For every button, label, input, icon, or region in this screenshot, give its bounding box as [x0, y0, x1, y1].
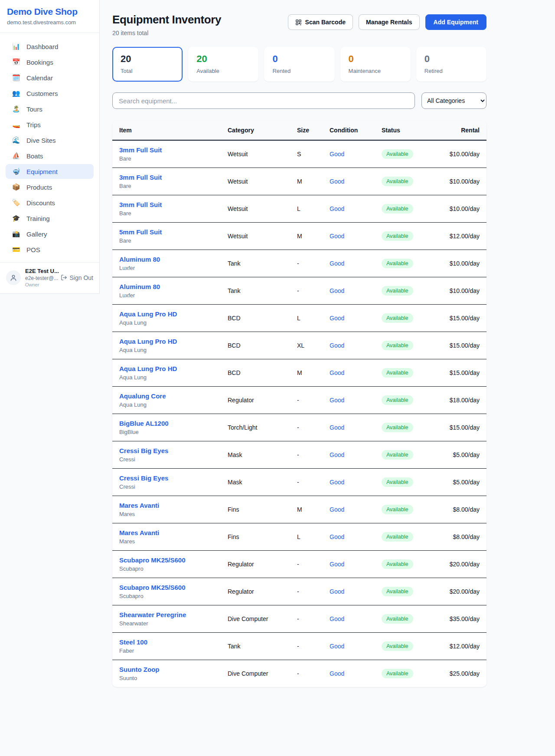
item-name-link[interactable]: Steel 100: [119, 638, 228, 646]
item-name-link[interactable]: Aluminum 80: [119, 256, 228, 263]
condition-link[interactable]: Good: [330, 205, 344, 212]
item-size: -: [297, 250, 330, 277]
condition-link[interactable]: Good: [330, 615, 344, 622]
table-row: Mares Avanti Mares Fins L Good Available…: [112, 523, 486, 551]
stat-value: 0: [349, 53, 402, 65]
manage-rentals-button[interactable]: Manage Rentals: [359, 14, 420, 30]
condition-link[interactable]: Good: [330, 670, 344, 677]
item-name-link[interactable]: Shearwater Peregrine: [119, 611, 228, 618]
item-name-link[interactable]: Cressi Big Eyes: [119, 447, 228, 454]
item-category: Tank: [228, 633, 297, 660]
condition-link[interactable]: Good: [330, 451, 344, 458]
stat-card-total[interactable]: 20 Total: [112, 47, 183, 82]
condition-link[interactable]: Good: [330, 561, 344, 568]
item-brand: Shearwater: [119, 620, 228, 627]
item-name-link[interactable]: Mares Avanti: [119, 529, 228, 536]
condition-link[interactable]: Good: [330, 342, 344, 349]
condition-link[interactable]: Good: [330, 260, 344, 267]
brand-block: Demo Dive Shop demo.test.divestreams.com: [0, 0, 99, 33]
status-badge: Available: [382, 259, 413, 268]
item-category: Dive Computer: [228, 605, 297, 633]
stat-card-retired[interactable]: 0 Retired: [416, 47, 486, 82]
table-row: Suunto Zoop Suunto Dive Computer - Good …: [112, 660, 486, 687]
condition-link[interactable]: Good: [330, 643, 344, 650]
condition-link[interactable]: Good: [330, 287, 344, 294]
stat-value: 20: [196, 53, 250, 65]
table-row: Scubapro MK25/S600 Scubapro Regulator - …: [112, 551, 486, 578]
sidebar-item-trips[interactable]: 🚤 Trips: [6, 117, 94, 132]
item-category: Wetsuit: [228, 168, 297, 195]
item-name-link[interactable]: Cressi Big Eyes: [119, 474, 228, 482]
item-name-link[interactable]: Aqua Lung Pro HD: [119, 365, 228, 372]
item-name-link[interactable]: Scubapro MK25/S600: [119, 584, 228, 591]
item-name-link[interactable]: 3mm Full Suit: [119, 146, 228, 154]
category-select[interactable]: All Categories: [421, 92, 486, 109]
condition-link[interactable]: Good: [330, 397, 344, 404]
condition-link[interactable]: Good: [330, 424, 344, 431]
item-name-link[interactable]: 3mm Full Suit: [119, 201, 228, 208]
condition-link[interactable]: Good: [330, 369, 344, 376]
item-name-link[interactable]: Aqua Lung Pro HD: [119, 310, 228, 318]
status-badge: Available: [382, 423, 413, 432]
condition-link[interactable]: Good: [330, 151, 344, 158]
item-name-link[interactable]: Aluminum 80: [119, 283, 228, 290]
status-badge: Available: [382, 395, 413, 405]
rental-rate: $15.00/day: [440, 305, 486, 332]
sidebar-item-dashboard[interactable]: 📊 Dashboard: [6, 39, 94, 54]
search-input[interactable]: [112, 92, 415, 109]
column-header-size: Size: [297, 121, 330, 140]
table-row: Aqua Lung Pro HD Aqua Lung BCD XL Good A…: [112, 332, 486, 359]
sidebar-item-label: Tours: [26, 105, 42, 113]
sidebar-item-label: Equipment: [26, 168, 58, 175]
condition-link[interactable]: Good: [330, 233, 344, 240]
page-header: Equipment Inventory 20 items total Scan …: [112, 13, 486, 36]
scan-barcode-button[interactable]: Scan Barcode: [288, 14, 353, 30]
stat-card-rented[interactable]: 0 Rented: [264, 47, 334, 82]
condition-link[interactable]: Good: [330, 178, 344, 185]
item-name-link[interactable]: BigBlue AL1200: [119, 420, 228, 427]
sidebar-item-calendar[interactable]: 🗓️ Calendar: [6, 70, 94, 85]
rental-rate: $12.00/day: [440, 223, 486, 250]
stat-card-available[interactable]: 20 Available: [188, 47, 258, 82]
sidebar-item-label: Boats: [26, 152, 43, 160]
condition-link[interactable]: Good: [330, 588, 344, 595]
sidebar-item-boats[interactable]: ⛵ Boats: [6, 148, 94, 163]
item-name-link[interactable]: 5mm Full Suit: [119, 228, 228, 236]
stat-label: Total: [121, 68, 174, 74]
stat-card-maintenance[interactable]: 0 Maintenance: [340, 47, 411, 82]
sidebar-item-equipment[interactable]: 🤿 Equipment: [6, 164, 94, 179]
condition-link[interactable]: Good: [330, 533, 344, 540]
equipment-table: Item Category Size Condition Status Rent…: [112, 121, 486, 687]
sign-out-button[interactable]: Sign Out: [61, 274, 93, 281]
item-name-link[interactable]: Mares Avanti: [119, 502, 228, 509]
item-name-link[interactable]: Aqua Lung Pro HD: [119, 338, 228, 345]
item-name-link[interactable]: 3mm Full Suit: [119, 174, 228, 181]
brand-title[interactable]: Demo Dive Shop: [7, 7, 92, 17]
sidebar-item-training[interactable]: 🎓 Training: [6, 211, 94, 226]
sidebar-item-gallery[interactable]: 📸 Gallery: [6, 227, 94, 241]
condition-link[interactable]: Good: [330, 479, 344, 486]
sidebar-item-bookings[interactable]: 📅 Bookings: [6, 55, 94, 69]
item-size: M: [297, 359, 330, 387]
item-brand: Aqua Lung: [119, 319, 228, 326]
sidebar-item-dive-sites[interactable]: 🌊 Dive Sites: [6, 133, 94, 148]
page-title: Equipment Inventory: [112, 13, 221, 26]
rental-rate: $8.00/day: [440, 496, 486, 523]
status-badge: Available: [382, 313, 413, 323]
sidebar-item-discounts[interactable]: 🏷️ Discounts: [6, 195, 94, 210]
sidebar-item-products[interactable]: 📦 Products: [6, 180, 94, 194]
condition-link[interactable]: Good: [330, 315, 344, 322]
rental-rate: $20.00/day: [440, 551, 486, 578]
condition-link[interactable]: Good: [330, 506, 344, 513]
avatar: [6, 270, 21, 285]
sidebar-item-tours[interactable]: 🏝️ Tours: [6, 102, 94, 116]
status-badge: Available: [382, 587, 413, 596]
item-category: Torch/Light: [228, 414, 297, 441]
item-name-link[interactable]: Aqualung Core: [119, 392, 228, 400]
sidebar-item-customers[interactable]: 👥 Customers: [6, 86, 94, 101]
item-name-link[interactable]: Suunto Zoop: [119, 666, 228, 673]
sidebar-item-pos[interactable]: 💳 POS: [6, 242, 94, 257]
item-name-link[interactable]: Scubapro MK25/S600: [119, 556, 228, 564]
item-brand: Aqua Lung: [119, 347, 228, 353]
add-equipment-button[interactable]: Add Equipment: [425, 14, 486, 30]
